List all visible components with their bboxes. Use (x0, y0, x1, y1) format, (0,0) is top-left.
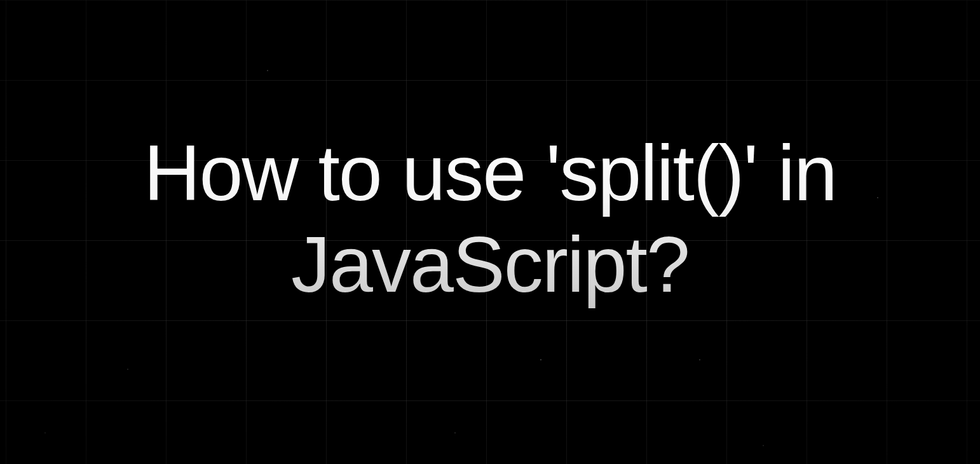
hero-content: How to use 'split()' in JavaScript? (0, 0, 980, 464)
hero-title: How to use 'split()' in JavaScript? (0, 128, 980, 311)
